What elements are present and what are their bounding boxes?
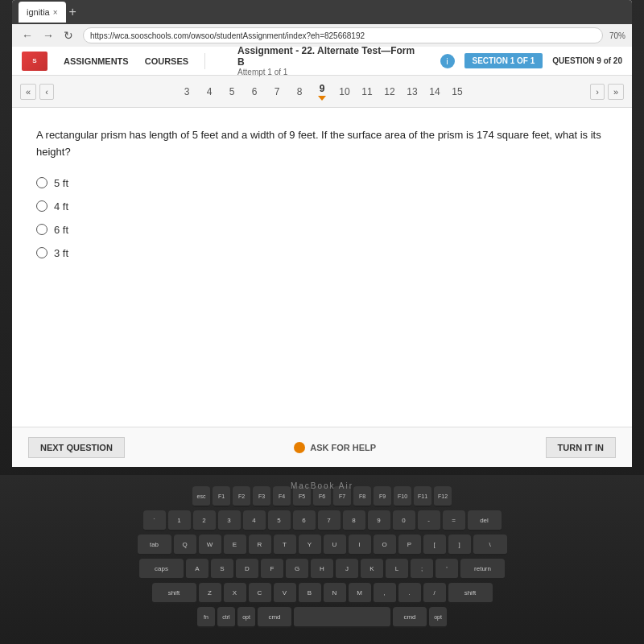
key-a[interactable]: A	[186, 559, 208, 580]
key-0[interactable]: 0	[393, 510, 415, 531]
browser-tab[interactable]: ignitia ×	[19, 2, 66, 23]
key-comma[interactable]: ,	[374, 583, 396, 604]
key-lbracket[interactable]: [	[423, 535, 446, 555]
option-b[interactable]: 4 ft	[36, 200, 608, 213]
nav-courses[interactable]: COURSES	[145, 56, 188, 66]
q-num-4[interactable]: 4	[201, 86, 217, 97]
key-f8[interactable]: F8	[353, 486, 371, 507]
reload-button[interactable]: ↻	[60, 27, 76, 43]
key-backtick[interactable]: `	[143, 510, 166, 531]
back-button[interactable]: ←	[19, 27, 36, 43]
key-return[interactable]: return	[460, 559, 505, 580]
turn-it-in-button[interactable]: TURN IT IN	[546, 437, 616, 458]
key-y[interactable]: Y	[299, 535, 321, 555]
key-quote[interactable]: '	[436, 559, 458, 580]
key-c[interactable]: C	[249, 583, 271, 604]
q-num-12[interactable]: 12	[382, 86, 398, 97]
key-d[interactable]: D	[236, 559, 258, 580]
q-num-8[interactable]: 8	[291, 86, 308, 97]
key-9[interactable]: 9	[368, 510, 390, 531]
key-f4[interactable]: F4	[273, 486, 291, 507]
key-opt-left[interactable]: opt	[237, 607, 255, 628]
key-caps[interactable]: caps	[139, 559, 184, 580]
key-f10[interactable]: F10	[394, 486, 411, 507]
key-space[interactable]	[294, 607, 390, 628]
key-v[interactable]: V	[274, 583, 296, 604]
option-a[interactable]: 5 ft	[36, 177, 608, 189]
q-num-15[interactable]: 15	[449, 86, 465, 97]
radio-c[interactable]	[36, 224, 47, 235]
next-question-button[interactable]: NEXT QUESTION	[28, 437, 125, 458]
key-k[interactable]: K	[361, 559, 383, 580]
key-esc[interactable]: esc	[192, 486, 210, 507]
key-t[interactable]: T	[274, 535, 296, 555]
key-l[interactable]: L	[386, 559, 408, 580]
key-z[interactable]: Z	[199, 583, 221, 604]
key-1[interactable]: 1	[168, 510, 191, 531]
key-6[interactable]: 6	[293, 510, 316, 531]
key-n[interactable]: N	[324, 583, 346, 604]
new-tab-button[interactable]: +	[69, 5, 76, 19]
q-num-10[interactable]: 10	[336, 86, 353, 97]
key-f11[interactable]: F11	[414, 486, 431, 507]
key-ctrl[interactable]: ctrl	[217, 607, 235, 628]
key-w[interactable]: W	[199, 535, 221, 555]
key-slash[interactable]: /	[423, 583, 446, 604]
key-shift-right[interactable]: shift	[448, 583, 493, 604]
key-f[interactable]: F	[261, 559, 283, 580]
q-num-14[interactable]: 14	[427, 86, 443, 97]
key-rbracket[interactable]: ]	[448, 535, 471, 555]
key-m[interactable]: M	[349, 583, 371, 604]
radio-b[interactable]	[36, 200, 47, 212]
q-num-11[interactable]: 11	[359, 86, 375, 97]
key-x[interactable]: X	[224, 583, 246, 604]
q-num-5[interactable]: 5	[224, 86, 240, 97]
key-f2[interactable]: F2	[233, 486, 250, 507]
q-num-9-container[interactable]: 9	[314, 83, 330, 101]
key-semicolon[interactable]: ;	[411, 559, 433, 580]
key-e[interactable]: E	[224, 535, 246, 555]
key-f9[interactable]: F9	[374, 486, 391, 507]
forward-button[interactable]: →	[39, 27, 57, 43]
q-num-7[interactable]: 7	[269, 86, 285, 97]
option-d[interactable]: 3 ft	[36, 247, 608, 259]
key-f12[interactable]: F12	[434, 486, 452, 507]
key-h[interactable]: H	[311, 559, 333, 580]
key-opt-right[interactable]: opt	[429, 607, 447, 628]
key-cmd-left[interactable]: cmd	[258, 607, 291, 628]
next-page-button[interactable]: ›	[590, 84, 605, 100]
radio-a[interactable]	[36, 177, 47, 188]
key-fn[interactable]: fn	[197, 607, 215, 628]
key-backslash[interactable]: \	[473, 535, 507, 555]
last-page-button[interactable]: »	[608, 84, 624, 100]
key-shift-left[interactable]: shift	[152, 583, 196, 604]
prev-page-button[interactable]: ‹	[39, 84, 54, 100]
key-q[interactable]: Q	[174, 535, 196, 555]
q-num-13[interactable]: 13	[404, 86, 420, 97]
key-minus[interactable]: -	[418, 510, 440, 531]
key-j[interactable]: J	[336, 559, 358, 580]
ask-for-help-button[interactable]: ASK FOR HELP	[294, 442, 376, 453]
q-num-3[interactable]: 3	[179, 86, 195, 97]
nav-assignments[interactable]: ASSIGNMENTS	[64, 56, 129, 66]
key-o[interactable]: O	[374, 535, 396, 555]
key-8[interactable]: 8	[343, 510, 365, 531]
radio-d[interactable]	[36, 247, 47, 258]
key-s[interactable]: S	[211, 559, 233, 580]
url-input[interactable]	[83, 27, 603, 43]
key-7[interactable]: 7	[318, 510, 341, 531]
key-f1[interactable]: F1	[213, 486, 230, 507]
key-tab[interactable]: tab	[138, 535, 171, 555]
key-b[interactable]: B	[299, 583, 321, 604]
q-num-9[interactable]: 9	[314, 83, 330, 94]
key-2[interactable]: 2	[193, 510, 216, 531]
key-5[interactable]: 5	[268, 510, 291, 531]
key-u[interactable]: U	[324, 535, 346, 555]
key-r[interactable]: R	[249, 535, 271, 555]
option-c[interactable]: 6 ft	[36, 224, 608, 236]
key-period[interactable]: .	[398, 583, 421, 604]
key-cmd-right[interactable]: cmd	[393, 607, 427, 628]
key-f3[interactable]: F3	[253, 486, 270, 507]
key-g[interactable]: G	[286, 559, 308, 580]
first-page-button[interactable]: «	[20, 84, 36, 100]
